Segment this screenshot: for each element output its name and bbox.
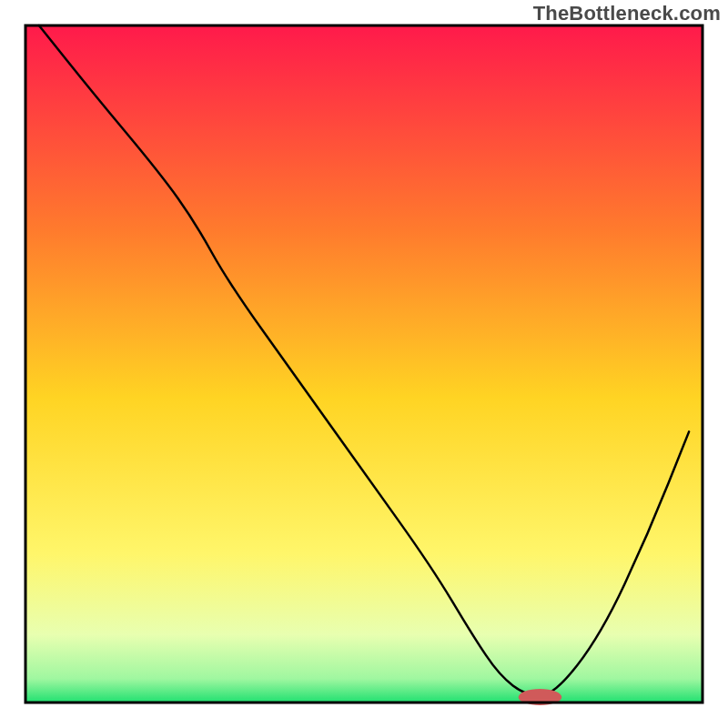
- bottleneck-chart: [0, 0, 728, 728]
- chart-stage: TheBottleneck.com: [0, 0, 728, 728]
- gradient-background: [25, 25, 703, 703]
- watermark-text: TheBottleneck.com: [533, 2, 721, 25]
- plot-area: [25, 25, 703, 705]
